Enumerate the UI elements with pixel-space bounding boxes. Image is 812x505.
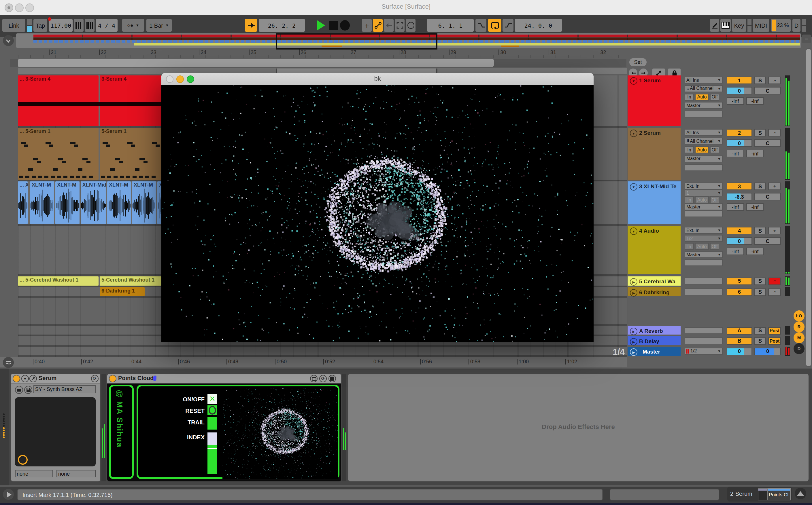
draw-mode-button[interactable] <box>710 19 719 32</box>
session-record-brackets-button[interactable] <box>395 19 405 32</box>
routing-box[interactable]: Master▼ <box>685 203 723 210</box>
monitor-off[interactable]: Off <box>710 196 719 203</box>
arm-button[interactable]: ◔ <box>768 288 781 296</box>
master-output-box[interactable]: 1/2▼ <box>685 347 723 354</box>
track-activator[interactable]: A <box>727 327 752 334</box>
mixer-section-toggle-io[interactable]: I·O <box>794 310 805 321</box>
time-label[interactable]: 0:46 <box>178 359 190 364</box>
mixer-section-toggle-r[interactable]: R <box>794 321 805 332</box>
clip[interactable]: XLNT-M <box>132 181 156 224</box>
send-b-field[interactable]: -inf <box>746 247 764 255</box>
bar-number[interactable]: 21 <box>49 49 56 55</box>
preset-name-field[interactable]: SY - Synth Brass AZ <box>33 385 96 393</box>
track-header-3[interactable]: ▼3 XLNT-Mid TeExt. In▼1▼InAutoOffMaster▼… <box>628 181 792 224</box>
fold-button[interactable]: ▼ <box>630 227 637 235</box>
track-activator[interactable]: 6 <box>727 288 752 296</box>
stop-button[interactable] <box>329 21 338 30</box>
vscrollbar-thumb[interactable] <box>806 49 811 366</box>
routing-box[interactable]: 1▼ <box>685 189 723 196</box>
track-activator[interactable]: B <box>727 337 752 345</box>
routing-box[interactable]: ⠿All Channel▼ <box>685 85 723 92</box>
routing-box[interactable] <box>685 288 723 295</box>
solo-button[interactable]: S <box>755 277 766 285</box>
unmap-button[interactable] <box>310 375 317 382</box>
automation-arm-button[interactable] <box>373 19 383 32</box>
arm-button[interactable]: ● <box>768 227 781 234</box>
bar-number[interactable]: 27 <box>349 49 356 55</box>
bar-number[interactable]: 28 <box>399 49 406 55</box>
time-label[interactable]: 0:40 <box>33 359 45 364</box>
device-fold-button[interactable]: ▼ <box>21 375 29 382</box>
fold-button[interactable]: ▼ <box>630 130 637 137</box>
routing-box[interactable]: Master▼ <box>685 251 723 258</box>
track-header-A[interactable]: ▶A ReverbASPost <box>628 326 792 335</box>
serum-titlebar[interactable]: ▼ Serum ⟳ <box>11 374 100 383</box>
quantize-selector[interactable]: 1 Bar▼ <box>146 19 172 32</box>
solo-button[interactable]: S <box>755 183 766 190</box>
routing-box[interactable]: Master▼ <box>685 155 723 162</box>
bar-number[interactable]: 23 <box>149 49 156 55</box>
track-name-block[interactable]: ▼2 Serum <box>628 128 681 180</box>
routing-box[interactable] <box>685 111 723 118</box>
clip[interactable]: 6-Dahrkring 1 <box>100 287 145 296</box>
send-b-field[interactable]: -inf <box>746 203 764 211</box>
monitor-auto[interactable]: Auto <box>695 243 709 250</box>
solo-button[interactable]: S <box>755 327 766 334</box>
device-wrench-button[interactable] <box>29 375 37 382</box>
mixer-section-toggle-d[interactable]: D <box>794 343 805 354</box>
mixer-section-toggle-m[interactable]: M <box>794 332 805 343</box>
clip[interactable]: 3-Serum 4 <box>100 75 161 126</box>
track-activator[interactable]: 2 <box>727 129 752 137</box>
bar-number[interactable]: 25 <box>249 49 256 55</box>
map-slot-right[interactable]: none <box>56 470 96 477</box>
unfold-button[interactable]: ▶ <box>630 289 637 297</box>
routing-box[interactable]: Ext. In▼ <box>685 183 723 189</box>
track-activator[interactable]: 3 <box>727 183 752 190</box>
monitor-off[interactable]: Off <box>710 94 719 101</box>
master-pan-field[interactable]: 0 <box>755 347 781 355</box>
new-button[interactable]: + <box>362 19 372 32</box>
horizontal-scrollbar[interactable] <box>10 59 627 67</box>
clip[interactable]: ... 3-Serum 4 <box>18 75 99 126</box>
reenable-automation-button[interactable] <box>384 19 394 32</box>
fold-button[interactable]: ▼ <box>630 77 637 85</box>
track-name-block[interactable]: ▶6 Dahrkring <box>628 287 681 296</box>
bar-number[interactable]: 32 <box>598 49 606 55</box>
bk-titlebar[interactable]: bk <box>161 73 593 85</box>
device-activator[interactable] <box>13 375 20 382</box>
pan-field[interactable]: C <box>755 139 781 147</box>
time-label[interactable]: 1:02 <box>565 359 577 364</box>
arm-button[interactable]: ◔ <box>768 129 781 137</box>
xy-pad[interactable] <box>15 397 96 466</box>
set-loop-button[interactable]: Set <box>629 58 647 66</box>
overview-menu-button[interactable]: ≡ <box>802 34 811 43</box>
metronome-button[interactable] <box>74 19 84 32</box>
notification-button[interactable] <box>795 488 806 499</box>
send-b-field[interactable]: -inf <box>746 150 764 157</box>
track-header-5[interactable]: ▶5 Cerebral Wa5S◔ <box>628 277 792 286</box>
clip[interactable]: X <box>157 181 161 224</box>
send-b-field[interactable]: -inf <box>746 97 764 105</box>
track-name-block[interactable]: ▶Master <box>628 347 681 356</box>
monitor-auto[interactable]: Auto <box>695 196 709 203</box>
record-button[interactable] <box>340 20 350 30</box>
unfold-button[interactable]: ▶ <box>630 278 637 286</box>
track-name-block[interactable]: ▶A Reverb <box>628 326 681 335</box>
solo-button[interactable]: S <box>755 76 766 84</box>
bar-number[interactable]: 22 <box>99 49 106 55</box>
routing-box[interactable] <box>685 277 723 284</box>
bar-number[interactable]: 26 <box>299 49 306 55</box>
track-activator[interactable]: 4 <box>727 227 752 234</box>
groove-selector[interactable]: ○●▼ <box>122 19 144 32</box>
routing-box[interactable]: 1/2▼ <box>685 235 723 242</box>
overview-viewport-box[interactable] <box>276 33 437 49</box>
bar-number[interactable]: 31 <box>549 49 556 55</box>
time-label[interactable]: 0:44 <box>130 359 141 364</box>
save-button[interactable] <box>328 375 336 382</box>
track-name-block[interactable]: ▶B Delay <box>628 336 681 345</box>
track-header-B[interactable]: ▶B DelayBSPost <box>628 336 792 345</box>
unfold-button[interactable]: ▶ <box>630 328 637 335</box>
clip[interactable]: ... X <box>18 181 28 224</box>
arm-button[interactable]: ● <box>768 183 781 190</box>
volume-field[interactable]: 0 <box>727 87 752 95</box>
